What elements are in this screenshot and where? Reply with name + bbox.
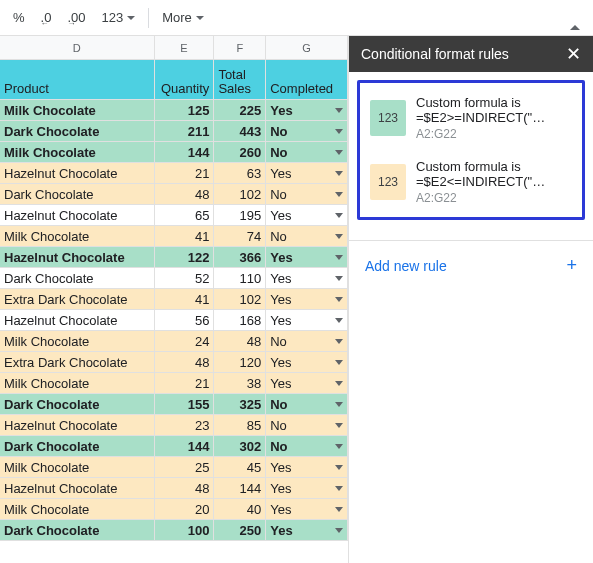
cell-sales[interactable]: 74 [214, 226, 266, 246]
dropdown-icon[interactable] [335, 444, 343, 449]
cell-product[interactable]: Milk Chocolate [0, 142, 155, 162]
cell-quantity[interactable]: 23 [155, 415, 215, 435]
percent-button[interactable]: % [6, 6, 32, 29]
cell-product[interactable]: Dark Chocolate [0, 436, 155, 456]
cell-quantity[interactable]: 122 [155, 247, 215, 267]
cell-product[interactable]: Milk Chocolate [0, 499, 155, 519]
cell-sales[interactable]: 85 [214, 415, 266, 435]
dropdown-icon[interactable] [335, 234, 343, 239]
cell-completed[interactable]: Yes [266, 352, 348, 372]
cell-completed[interactable]: Yes [266, 100, 348, 120]
cell-completed[interactable]: No [266, 121, 348, 141]
cell-completed[interactable]: Yes [266, 520, 348, 540]
dropdown-icon[interactable] [335, 318, 343, 323]
cell-sales[interactable]: 38 [214, 373, 266, 393]
cell-quantity[interactable]: 41 [155, 226, 215, 246]
cell-quantity[interactable]: 100 [155, 520, 215, 540]
collapse-toolbar-button[interactable] [563, 6, 587, 29]
col-header-e[interactable]: E [155, 36, 215, 59]
increase-decimal-button[interactable]: .00→ [60, 6, 92, 29]
cell-completed[interactable]: Yes [266, 457, 348, 477]
cell-completed[interactable]: No [266, 436, 348, 456]
cell-quantity[interactable]: 144 [155, 142, 215, 162]
cell-sales[interactable]: 443 [214, 121, 266, 141]
cell-product[interactable]: Milk Chocolate [0, 100, 155, 120]
format-rule[interactable]: 123Custom formula is=$E2<=INDIRECT("…A2:… [364, 151, 578, 213]
cell-product[interactable]: Hazelnut Chocolate [0, 205, 155, 225]
cell-sales[interactable]: 45 [214, 457, 266, 477]
dropdown-icon[interactable] [335, 150, 343, 155]
col-header-f[interactable]: F [214, 36, 266, 59]
cell-sales[interactable]: 102 [214, 184, 266, 204]
dropdown-icon[interactable] [335, 213, 343, 218]
cell-product[interactable]: Dark Chocolate [0, 394, 155, 414]
grid[interactable]: Product Quantity Total Sales Completed M… [0, 60, 348, 541]
cell-sales[interactable]: 302 [214, 436, 266, 456]
cell-sales[interactable]: 40 [214, 499, 266, 519]
dropdown-icon[interactable] [335, 507, 343, 512]
cell-product[interactable]: Milk Chocolate [0, 226, 155, 246]
cell-quantity[interactable]: 155 [155, 394, 215, 414]
cell-quantity[interactable]: 56 [155, 310, 215, 330]
cell-sales[interactable]: 144 [214, 478, 266, 498]
cell-completed[interactable]: Yes [266, 205, 348, 225]
col-header-g[interactable]: G [266, 36, 348, 59]
cell-sales[interactable]: 63 [214, 163, 266, 183]
cell-quantity[interactable]: 20 [155, 499, 215, 519]
cell-sales[interactable]: 110 [214, 268, 266, 288]
dropdown-icon[interactable] [335, 486, 343, 491]
cell-product[interactable]: Hazelnut Chocolate [0, 163, 155, 183]
cell-quantity[interactable]: 144 [155, 436, 215, 456]
dropdown-icon[interactable] [335, 465, 343, 470]
dropdown-icon[interactable] [335, 297, 343, 302]
cell-product[interactable]: Milk Chocolate [0, 331, 155, 351]
cell-quantity[interactable]: 48 [155, 184, 215, 204]
cell-sales[interactable]: 366 [214, 247, 266, 267]
cell-quantity[interactable]: 125 [155, 100, 215, 120]
header-completed[interactable]: Completed [266, 60, 348, 99]
cell-sales[interactable]: 195 [214, 205, 266, 225]
number-format-button[interactable]: 123 [94, 6, 142, 29]
format-rule[interactable]: 123Custom formula is=$E2>=INDIRECT("…A2:… [364, 87, 578, 149]
dropdown-icon[interactable] [335, 192, 343, 197]
cell-quantity[interactable]: 48 [155, 478, 215, 498]
close-icon[interactable]: ✕ [566, 45, 581, 63]
add-rule-button[interactable]: Add new rule + [349, 240, 593, 290]
cell-completed[interactable]: Yes [266, 163, 348, 183]
dropdown-icon[interactable] [335, 381, 343, 386]
cell-completed[interactable]: Yes [266, 310, 348, 330]
header-product[interactable]: Product [0, 60, 155, 99]
cell-sales[interactable]: 168 [214, 310, 266, 330]
more-button[interactable]: More [155, 6, 211, 29]
cell-quantity[interactable]: 21 [155, 373, 215, 393]
cell-completed[interactable]: Yes [266, 289, 348, 309]
cell-product[interactable]: Dark Chocolate [0, 268, 155, 288]
header-quantity[interactable]: Quantity [155, 60, 215, 99]
dropdown-icon[interactable] [335, 276, 343, 281]
dropdown-icon[interactable] [335, 171, 343, 176]
cell-product[interactable]: Hazelnut Chocolate [0, 415, 155, 435]
cell-quantity[interactable]: 48 [155, 352, 215, 372]
cell-product[interactable]: Milk Chocolate [0, 373, 155, 393]
cell-completed[interactable]: No [266, 331, 348, 351]
decrease-decimal-button[interactable]: .0← [34, 6, 59, 29]
cell-sales[interactable]: 102 [214, 289, 266, 309]
cell-completed[interactable]: No [266, 142, 348, 162]
cell-sales[interactable]: 325 [214, 394, 266, 414]
cell-product[interactable]: Milk Chocolate [0, 457, 155, 477]
cell-sales[interactable]: 225 [214, 100, 266, 120]
cell-sales[interactable]: 250 [214, 520, 266, 540]
cell-quantity[interactable]: 21 [155, 163, 215, 183]
col-header-d[interactable]: D [0, 36, 155, 59]
cell-product[interactable]: Extra Dark Chocolate [0, 352, 155, 372]
cell-quantity[interactable]: 52 [155, 268, 215, 288]
cell-completed[interactable]: Yes [266, 499, 348, 519]
dropdown-icon[interactable] [335, 528, 343, 533]
dropdown-icon[interactable] [335, 339, 343, 344]
cell-quantity[interactable]: 25 [155, 457, 215, 477]
cell-sales[interactable]: 260 [214, 142, 266, 162]
cell-product[interactable]: Dark Chocolate [0, 184, 155, 204]
cell-sales[interactable]: 120 [214, 352, 266, 372]
cell-completed[interactable]: No [266, 394, 348, 414]
cell-product[interactable]: Dark Chocolate [0, 121, 155, 141]
